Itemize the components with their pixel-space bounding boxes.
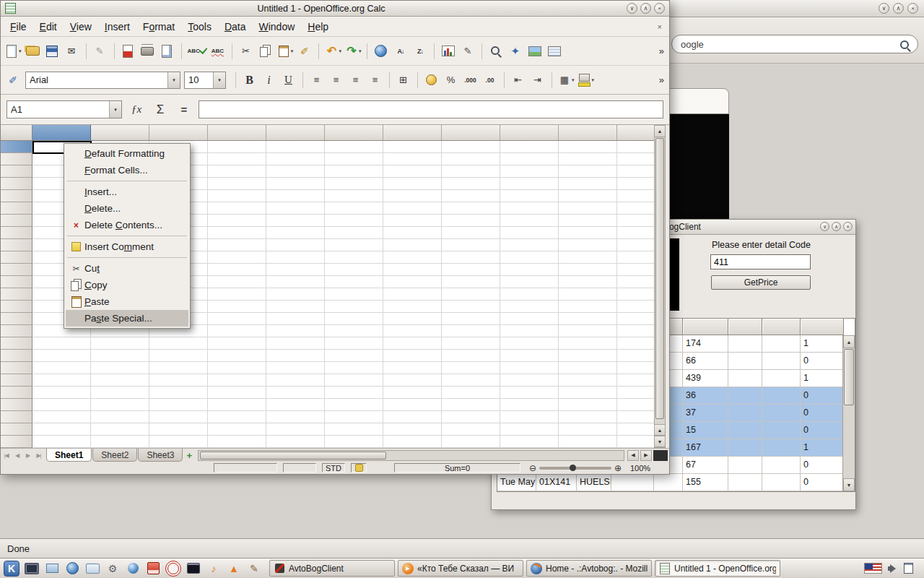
row-header[interactable]	[1, 374, 32, 387]
sheet-tab[interactable]: Sheet2	[92, 449, 137, 462]
draw-functions-icon[interactable]: ✎	[459, 42, 476, 61]
row-header[interactable]	[1, 202, 32, 215]
scroll-right-icon[interactable]: ▶	[640, 450, 652, 461]
table-row[interactable]: Tue May 01X141 HUELSI 155 0	[497, 474, 855, 491]
decrease-indent-icon[interactable]: ⇤	[510, 71, 527, 90]
row-header[interactable]	[1, 276, 32, 288]
menu-item[interactable]: Data	[218, 18, 253, 35]
sheet-tab[interactable]: Sheet3	[138, 449, 183, 462]
column-header[interactable]	[442, 125, 500, 141]
name-box-dropdown-icon[interactable]: ▾	[109, 101, 121, 118]
italic-icon[interactable]: i	[261, 71, 278, 90]
vertical-scrollbar[interactable]: ▲ ▲ ▼	[654, 125, 666, 448]
column-header[interactable]	[559, 125, 617, 141]
toolbar-icon[interactable]	[302, 72, 303, 88]
name-box[interactable]: A1 ▾	[6, 100, 122, 118]
horizontal-scrollbar[interactable]	[198, 450, 624, 461]
font-size-dropdown-icon[interactable]: ▾	[213, 72, 225, 88]
background-color-icon[interactable]: ▾	[578, 71, 596, 90]
insert-chart-icon[interactable]	[440, 42, 457, 61]
first-sheet-icon[interactable]: |◀	[1, 452, 12, 459]
function-icon[interactable]: =	[175, 103, 193, 116]
taskbar-button[interactable]: Untitled 1 - OpenOffice.org	[655, 560, 780, 577]
calc-maximize-button[interactable]: ∧	[640, 3, 651, 14]
context-menu-item[interactable]: Default Formatting	[66, 145, 188, 162]
close-document-icon[interactable]: ×	[658, 22, 662, 31]
table-column-header[interactable]	[762, 319, 801, 335]
context-menu-item[interactable]: ✂ Cut	[66, 260, 188, 277]
home-folder-icon[interactable]	[83, 560, 102, 577]
control-center-icon[interactable]: ⚙	[103, 560, 122, 577]
menu-item[interactable]: View	[64, 18, 98, 35]
search-input[interactable]: oogle	[671, 35, 918, 53]
sort-ascending-icon[interactable]: A↓	[392, 42, 409, 61]
auto-spellcheck-icon[interactable]: ABC	[209, 42, 227, 61]
toolbar-icon[interactable]	[389, 72, 390, 88]
delete-decimal-icon[interactable]: .00	[481, 71, 499, 90]
menu-item[interactable]: File	[4, 18, 33, 35]
styles-icon[interactable]: ✐	[4, 71, 22, 90]
konqueror-icon[interactable]	[63, 560, 82, 577]
prev-sheet-icon[interactable]: ◀	[12, 452, 22, 459]
grid-corner[interactable]	[1, 125, 32, 141]
row-header[interactable]	[1, 251, 32, 264]
detail-code-input[interactable]	[710, 254, 811, 269]
row-header[interactable]	[1, 264, 32, 276]
row-header[interactable]	[1, 350, 32, 362]
scroll-up2-icon[interactable]: ▲	[655, 424, 665, 436]
row-header[interactable]	[1, 399, 32, 411]
column-header[interactable]	[266, 125, 325, 141]
vlc-icon[interactable]: ▲	[225, 560, 243, 577]
amarok-icon[interactable]: ♪	[204, 560, 223, 577]
table-scrollbar[interactable]: ▲ ▼	[842, 335, 855, 491]
borders-icon[interactable]: ▦▾	[557, 71, 575, 90]
toolbar-icon[interactable]	[417, 72, 418, 88]
zoom-slider[interactable]	[539, 467, 611, 470]
row-header[interactable]	[1, 301, 32, 313]
taskbar-button[interactable]: Home - .:Avtobog:. - Mozilla	[526, 560, 652, 577]
toolbar-icon[interactable]	[86, 43, 87, 59]
increase-indent-icon[interactable]: ⇥	[529, 71, 546, 90]
copy-icon[interactable]	[257, 42, 274, 61]
column-header[interactable]	[383, 125, 442, 141]
menu-item[interactable]: Format	[136, 18, 181, 35]
column-header[interactable]	[91, 125, 149, 141]
toolbar-overflow-icon[interactable]: »	[659, 74, 666, 85]
konsole-icon[interactable]	[184, 560, 203, 577]
toolbar-icon[interactable]	[481, 43, 482, 59]
row-header[interactable]	[1, 227, 32, 239]
data-sources-icon[interactable]	[546, 42, 563, 61]
toolbar-icon[interactable]	[434, 43, 435, 59]
context-menu-item[interactable]: Paste Special...	[66, 310, 188, 327]
avtobog-minimize-button[interactable]: ∨	[820, 222, 829, 231]
font-name-dropdown-icon[interactable]: ▾	[167, 72, 180, 88]
menu-item[interactable]: Help	[301, 18, 335, 35]
row-header[interactable]	[1, 313, 32, 325]
table-column-header[interactable]	[728, 319, 762, 335]
column-header[interactable]	[617, 125, 655, 141]
row-header[interactable]	[1, 387, 32, 399]
browser-close-button[interactable]: ×	[907, 3, 918, 14]
scroll-up-icon[interactable]: ▲	[655, 126, 665, 137]
email-icon[interactable]: ✉	[64, 42, 81, 61]
help-center-icon[interactable]	[164, 560, 183, 577]
table-column-header[interactable]	[683, 319, 728, 335]
paste-icon[interactable]: ▾	[276, 42, 295, 61]
open-icon[interactable]	[25, 42, 42, 61]
format-paintbrush-icon[interactable]: ✐	[296, 42, 313, 61]
formula-input[interactable]	[199, 100, 663, 118]
row-header[interactable]	[1, 337, 32, 350]
scroll-left-icon[interactable]: ◀	[627, 450, 639, 461]
show-desktop-icon[interactable]	[43, 560, 61, 577]
toolbar-icon[interactable]	[367, 43, 367, 59]
row-header[interactable]	[1, 153, 32, 165]
toolbar-icon[interactable]	[114, 43, 115, 59]
toolbar-icon[interactable]	[232, 43, 232, 59]
insert-sheet-icon[interactable]: +	[183, 450, 196, 461]
browser-maximize-button[interactable]: ∧	[893, 3, 904, 14]
page-preview-icon[interactable]	[159, 42, 176, 61]
calc-close-button[interactable]: ×	[654, 3, 665, 14]
context-menu-item[interactable]: Paste	[66, 293, 188, 310]
row-header[interactable]	[1, 165, 32, 178]
redo-icon[interactable]: ↷▾	[344, 42, 362, 61]
